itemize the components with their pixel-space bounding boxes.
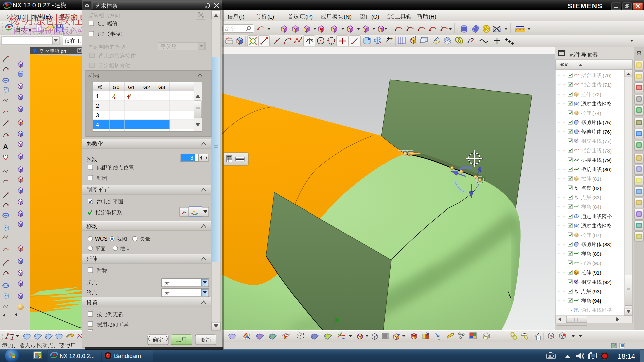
svg-text:(N): (N)	[344, 14, 352, 20]
svg-text:(92): (92)	[603, 279, 612, 285]
svg-text:3: 3	[96, 113, 99, 118]
svg-text:1: 1	[96, 94, 99, 99]
svg-text:G2: G2	[143, 84, 150, 90]
svg-text:(70): (70)	[603, 73, 612, 78]
svg-text:i: i	[538, 336, 539, 340]
svg-text:(79): (79)	[603, 157, 612, 163]
svg-text:.prt: .prt	[59, 49, 66, 54]
svg-text:4: 4	[96, 122, 99, 128]
svg-text:(O): (O)	[371, 14, 379, 20]
svg-text:NX 12.0.0.27 -: NX 12.0.0.27 -	[13, 2, 54, 9]
svg-text:G0: G0	[113, 84, 119, 90]
svg-text:(76): (76)	[603, 129, 612, 135]
svg-text:(74): (74)	[592, 110, 601, 116]
svg-text:(77): (77)	[603, 138, 612, 144]
svg-text:G1: G1	[128, 84, 135, 90]
svg-text:A: A	[3, 143, 8, 150]
svg-text:(89): (89)	[592, 251, 601, 257]
svg-text:NX 12.0.0.2...: NX 12.0.0.2...	[60, 353, 95, 359]
svg-text:(H): (H)	[429, 14, 436, 20]
svg-text:G3: G3	[158, 84, 165, 90]
svg-text:(L): (L)	[267, 14, 274, 20]
svg-text:Bandicam: Bandicam	[114, 353, 141, 359]
svg-text:(90): (90)	[592, 260, 601, 266]
svg-text:2: 2	[96, 103, 99, 109]
svg-text:(80): (80)	[603, 167, 612, 172]
svg-text:(83): (83)	[592, 195, 601, 200]
svg-text:WCS: WCS	[95, 236, 107, 242]
svg-text:(P): (P)	[305, 14, 313, 20]
svg-text:(87): (87)	[592, 232, 601, 238]
svg-text:(72): (72)	[592, 92, 601, 97]
svg-text:(78): (78)	[603, 148, 612, 154]
svg-text:123: 123	[227, 156, 230, 158]
svg-text:(I): (I)	[239, 14, 245, 20]
svg-text:(84): (84)	[592, 204, 601, 210]
svg-text:(93): (93)	[592, 289, 601, 294]
svg-text:(82): (82)	[592, 185, 601, 191]
svg-text:(94): (94)	[592, 298, 601, 304]
svg-text:3: 3	[190, 155, 193, 161]
svg-text:18:14: 18:14	[618, 352, 635, 360]
svg-text:(71): (71)	[603, 82, 612, 88]
svg-text:(75): (75)	[603, 120, 612, 125]
svg-text:(81): (81)	[592, 176, 601, 182]
svg-text:(91): (91)	[592, 270, 601, 276]
svg-text:(88): (88)	[603, 242, 612, 247]
svg-text:..: ..	[390, 41, 391, 44]
svg-text:SIEMENS: SIEMENS	[568, 2, 603, 10]
